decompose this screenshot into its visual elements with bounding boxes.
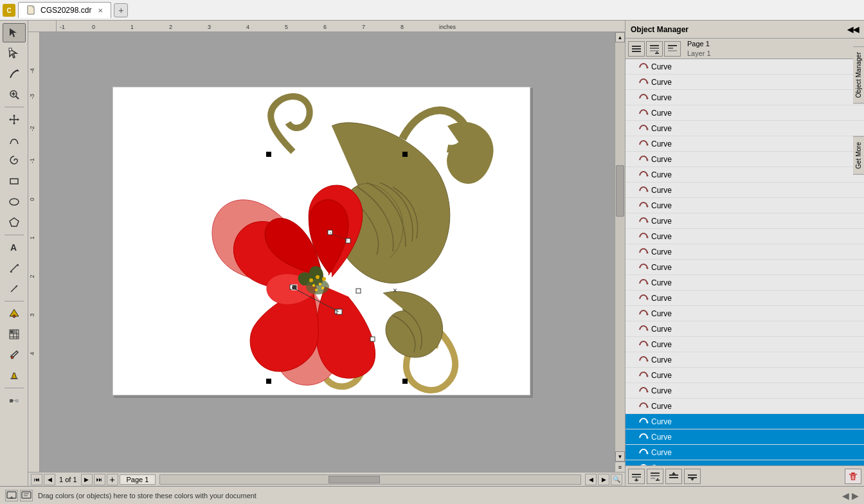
scroll-up-button[interactable]: ▲ <box>615 32 625 42</box>
h-scroll-thumb[interactable] <box>328 476 380 483</box>
eyedropper-button[interactable] <box>3 345 26 364</box>
svg-text:3: 3 <box>208 24 211 30</box>
object-list-item-21[interactable]: Curve <box>626 368 864 383</box>
panel-expand-left[interactable]: ◀◀ <box>847 25 859 34</box>
svg-text:0: 0 <box>29 197 35 201</box>
object-list-item-26[interactable]: Curve <box>626 445 864 460</box>
select-tool-button[interactable] <box>3 23 26 42</box>
object-list-item-9[interactable]: Curve <box>626 183 864 198</box>
first-page-button[interactable]: ⏮ <box>31 474 42 485</box>
svg-marker-13 <box>9 118 11 121</box>
shape-tool-button[interactable] <box>3 44 26 63</box>
new-master-layer-button[interactable] <box>647 469 663 484</box>
object-list-item-24[interactable]: Curve <box>626 414 864 429</box>
status-icon-2[interactable] <box>20 490 33 501</box>
page-canvas: × <box>113 87 530 395</box>
polygon-tool-button[interactable] <box>3 213 26 232</box>
object-list-item-27[interactable]: Curve <box>626 460 864 465</box>
scroll-corner[interactable]: ≡ <box>615 462 625 472</box>
object-list-item-1[interactable]: Curve <box>626 59 864 75</box>
close-tab-icon[interactable]: ✕ <box>98 7 103 14</box>
svg-rect-49 <box>28 32 40 418</box>
object-list-item-8[interactable]: Curve <box>626 167 864 183</box>
move-down-button[interactable] <box>684 469 701 484</box>
paintbucket-button[interactable] <box>3 366 26 385</box>
new-layer-button[interactable] <box>646 41 663 57</box>
object-list-item-12[interactable]: Curve <box>626 229 864 244</box>
freehand-tool-button[interactable] <box>3 64 26 84</box>
object-list-item-25[interactable]: Curve <box>626 429 864 445</box>
object-list-item-18[interactable]: Curve <box>626 321 864 337</box>
object-list-item-23[interactable]: Curve <box>626 399 864 414</box>
scroll-right-button[interactable]: ▶ <box>598 474 609 485</box>
svg-text:3: 3 <box>29 313 35 316</box>
horizontal-scrollbar[interactable] <box>159 474 581 485</box>
object-manager-panel: Object Manager Get More Object Manager ◀… <box>625 21 864 486</box>
nav-left-button[interactable]: ◀ <box>842 491 849 501</box>
fill-tool-button[interactable] <box>3 304 26 323</box>
object-list-item-7[interactable]: Curve <box>626 152 864 167</box>
zoom-tool-button[interactable] <box>3 85 26 104</box>
mesh-fill-button[interactable] <box>3 325 26 344</box>
object-list-item-13[interactable]: Curve <box>626 244 864 260</box>
ellipse-tool-button[interactable] <box>3 192 26 212</box>
svg-rect-71 <box>632 51 641 52</box>
selection-handle-tl <box>266 152 271 157</box>
object-list-item-17[interactable]: Curve <box>626 306 864 321</box>
object-manager-side-tab[interactable]: Object Manager <box>853 46 864 104</box>
svg-rect-129 <box>22 492 31 498</box>
spiral-tool-button[interactable] <box>3 151 26 170</box>
object-list[interactable]: Curve Curve Curve Curve Curve Curve Curv… <box>626 59 864 465</box>
vertical-scrollbar[interactable]: ▲ ▼ ≡ <box>615 32 625 472</box>
text-tool-button[interactable]: A <box>3 238 26 257</box>
layer-settings-button[interactable] <box>628 41 645 57</box>
object-list-item-10[interactable]: Curve <box>626 198 864 213</box>
prev-page-button[interactable]: ◀ <box>44 474 55 485</box>
svg-text:A: A <box>10 242 17 253</box>
blend-tool-button[interactable] <box>3 391 26 410</box>
zoom-in-button[interactable]: 🔍 <box>611 474 622 485</box>
last-page-button[interactable]: ⏭ <box>94 474 105 485</box>
move-up-button[interactable] <box>665 469 682 484</box>
add-tab-button[interactable]: + <box>114 3 128 17</box>
measure-tool-button[interactable] <box>3 258 26 278</box>
object-list-item-5[interactable]: Curve <box>626 121 864 136</box>
new-object-layer-button[interactable] <box>664 41 681 57</box>
add-page-button[interactable]: + <box>107 474 118 485</box>
new-layer-bottom-button[interactable] <box>628 469 645 484</box>
scroll-down-button[interactable]: ▼ <box>615 451 625 462</box>
object-list-item-6[interactable]: Curve <box>626 136 864 152</box>
object-list-item-20[interactable]: Curve <box>626 352 864 368</box>
ruler-corner <box>28 21 57 32</box>
svg-rect-34 <box>10 399 13 402</box>
object-list-item-19[interactable]: Curve <box>626 337 864 352</box>
object-list-item-11[interactable]: Curve <box>626 213 864 229</box>
next-page-button[interactable]: ▶ <box>81 474 93 485</box>
object-list-item-4[interactable]: Curve <box>626 105 864 121</box>
svg-point-94 <box>647 283 649 285</box>
object-list-item-3[interactable]: Curve <box>626 90 864 105</box>
file-tab[interactable]: CGS20298.cdr ✕ <box>18 2 111 18</box>
svg-point-102 <box>647 406 649 408</box>
nav-right-button[interactable]: ▶ <box>852 491 859 501</box>
scroll-left-button[interactable]: ◀ <box>585 474 597 485</box>
scroll-track-v[interactable] <box>615 42 625 451</box>
object-list-item-2[interactable]: Curve <box>626 75 864 90</box>
object-list-item-14[interactable]: Curve <box>626 260 864 275</box>
svg-rect-123 <box>851 473 855 474</box>
rect-tool-button[interactable] <box>3 172 26 191</box>
object-list-item-15[interactable]: Curve <box>626 275 864 291</box>
connector-tool-button[interactable] <box>3 279 26 298</box>
curve-draw-button[interactable] <box>3 130 26 150</box>
object-list-item-16[interactable]: Curve <box>626 291 864 306</box>
object-label: Curve <box>651 448 672 457</box>
object-list-item-22[interactable]: Curve <box>626 383 864 399</box>
delete-button[interactable] <box>845 469 861 484</box>
status-icon-1[interactable] <box>5 490 18 501</box>
svg-text:-1: -1 <box>60 24 65 30</box>
scroll-thumb-v[interactable] <box>616 165 624 217</box>
pan-tool-button[interactable] <box>3 110 26 129</box>
get-more-side-tab[interactable]: Get More <box>853 136 864 175</box>
canvas-viewport[interactable]: × ▲ ▼ ≡ <box>40 32 625 472</box>
page-tab[interactable]: Page 1 <box>120 474 156 485</box>
